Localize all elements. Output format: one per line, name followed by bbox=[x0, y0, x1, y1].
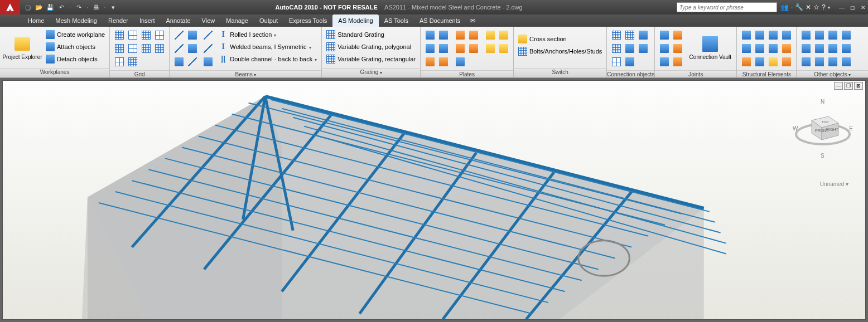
se-btn-12[interactable] bbox=[780, 56, 793, 68]
oo-btn-11[interactable] bbox=[827, 56, 839, 68]
print-icon[interactable]: 🖶 bbox=[91, 3, 100, 12]
se-btn-1[interactable] bbox=[740, 29, 753, 41]
se-btn-9[interactable] bbox=[740, 56, 753, 68]
tab-view[interactable]: View bbox=[196, 14, 221, 27]
drawing-viewport[interactable]: — ❐ ⊠ bbox=[2, 80, 866, 320]
detach-objects-button[interactable]: Detach objects bbox=[45, 53, 106, 65]
tab-mesh-modeling[interactable]: Mesh Modeling bbox=[50, 14, 103, 27]
joint-btn-3[interactable] bbox=[658, 42, 671, 55]
bolts-anchors-button[interactable]: Bolts/Anchors/Holes/Studs bbox=[517, 46, 603, 57]
oo-btn-1[interactable] bbox=[800, 29, 812, 41]
oo-btn-5[interactable] bbox=[800, 42, 812, 55]
beam-icon-1[interactable] bbox=[173, 29, 185, 41]
help-dropdown-icon[interactable]: ▾ bbox=[828, 5, 830, 10]
viewcube-n[interactable]: N bbox=[821, 99, 824, 105]
tab-manage[interactable]: Manage bbox=[220, 14, 254, 27]
tab-output[interactable]: Output bbox=[254, 14, 283, 27]
joint-btn-6[interactable] bbox=[672, 56, 684, 68]
oo-btn-2[interactable] bbox=[813, 29, 826, 41]
double-channel-button[interactable]: ][Double channel - back to back bbox=[218, 53, 318, 65]
se-btn-4[interactable] bbox=[780, 29, 793, 41]
exchange-icon[interactable]: ✕ bbox=[806, 3, 811, 11]
oo-btn-6[interactable] bbox=[813, 42, 826, 55]
se-btn-8[interactable] bbox=[780, 42, 793, 55]
beam-icon-4[interactable] bbox=[186, 42, 199, 55]
plate-btn-12[interactable] bbox=[498, 42, 510, 55]
plate-btn-5[interactable] bbox=[484, 29, 496, 41]
plate-btn-7[interactable] bbox=[424, 42, 436, 55]
grid-btn-3[interactable] bbox=[140, 29, 152, 41]
grid-btn-2[interactable] bbox=[127, 29, 139, 41]
application-menu-button[interactable] bbox=[0, 0, 20, 14]
conn-btn-6[interactable] bbox=[637, 42, 649, 55]
viewcube-e[interactable]: E bbox=[849, 125, 853, 131]
search-input[interactable] bbox=[677, 2, 777, 12]
welded-beams-button[interactable]: IWelded beams, I Symmetric bbox=[218, 41, 318, 52]
viewcube-s[interactable]: S bbox=[821, 153, 824, 159]
oo-btn-10[interactable] bbox=[813, 56, 826, 68]
plate-btn-15[interactable] bbox=[454, 56, 466, 68]
se-btn-6[interactable] bbox=[754, 42, 766, 55]
minimize-button[interactable]: — bbox=[837, 3, 847, 12]
tab-insert[interactable]: Insert bbox=[134, 14, 161, 27]
beam-icon-9[interactable] bbox=[202, 56, 214, 68]
se-btn-10[interactable] bbox=[754, 56, 766, 68]
se-btn-11[interactable] bbox=[767, 56, 779, 68]
attach-objects-button[interactable]: Attach objects bbox=[45, 41, 106, 52]
tab-as-modeling[interactable]: AS Modeling bbox=[332, 14, 378, 27]
open-icon[interactable]: 📂 bbox=[35, 3, 44, 12]
conn-btn-2[interactable] bbox=[624, 29, 636, 41]
conn-btn-4[interactable] bbox=[610, 42, 623, 55]
panel-title-grating[interactable]: Grating bbox=[322, 68, 420, 77]
project-explorer-button[interactable]: Project Explorer bbox=[2, 28, 42, 67]
oo-btn-8[interactable] bbox=[840, 42, 852, 55]
beam-icon-5[interactable] bbox=[173, 56, 185, 68]
grid-btn-4[interactable] bbox=[153, 29, 166, 41]
beam-icon-7[interactable] bbox=[202, 29, 214, 41]
joint-btn-5[interactable] bbox=[658, 56, 671, 68]
variable-grating-rectangular-button[interactable]: Variable Grating, rectangular bbox=[325, 53, 417, 65]
grid-btn-5[interactable] bbox=[113, 42, 126, 55]
maximize-button[interactable]: ◻ bbox=[847, 3, 857, 12]
plate-btn-1[interactable] bbox=[424, 29, 436, 41]
tab-render[interactable]: Render bbox=[103, 14, 134, 27]
se-btn-3[interactable] bbox=[767, 29, 779, 41]
panel-title-other[interactable]: Other objects bbox=[797, 70, 868, 77]
plate-btn-3[interactable] bbox=[454, 29, 466, 41]
plate-btn-8[interactable] bbox=[437, 42, 450, 55]
se-btn-7[interactable] bbox=[767, 42, 779, 55]
viewcube-w[interactable]: W bbox=[793, 125, 798, 131]
help-icon[interactable]: ? bbox=[822, 3, 826, 11]
plate-btn-14[interactable] bbox=[437, 56, 450, 68]
beam-icon-6[interactable] bbox=[186, 56, 199, 68]
conn-btn-1[interactable] bbox=[610, 29, 623, 41]
viewcube[interactable]: FRONT RIGHT TOP N S E W bbox=[795, 101, 851, 157]
binoculars-icon[interactable]: 👥 bbox=[780, 3, 789, 11]
tab-express-tools[interactable]: Express Tools bbox=[283, 14, 332, 27]
se-btn-2[interactable] bbox=[754, 29, 766, 41]
grid-btn-8[interactable] bbox=[153, 42, 166, 55]
plate-btn-4[interactable] bbox=[467, 29, 480, 41]
mail-icon[interactable]: ✉ bbox=[466, 14, 480, 27]
plate-btn-13[interactable] bbox=[424, 56, 436, 68]
joint-btn-2[interactable] bbox=[672, 29, 684, 41]
cross-section-button[interactable]: Cross section bbox=[517, 33, 603, 45]
tab-annotate[interactable]: Annotate bbox=[161, 14, 196, 27]
tab-as-tools[interactable]: AS Tools bbox=[379, 14, 414, 27]
grid-btn-10[interactable] bbox=[127, 56, 139, 68]
grid-btn-7[interactable] bbox=[140, 42, 152, 55]
visual-style-label[interactable]: Unnamed ▾ bbox=[820, 181, 848, 187]
grid-btn-6[interactable] bbox=[127, 42, 139, 55]
se-btn-5[interactable] bbox=[740, 42, 753, 55]
create-workplane-button[interactable]: Create workplane bbox=[45, 29, 106, 40]
close-button[interactable]: ✕ bbox=[858, 3, 868, 12]
joint-btn-1[interactable] bbox=[658, 29, 671, 41]
plate-btn-9[interactable] bbox=[454, 42, 466, 55]
save-icon[interactable]: 💾 bbox=[46, 3, 55, 12]
joint-btn-4[interactable] bbox=[672, 42, 684, 55]
beam-icon-2[interactable] bbox=[186, 29, 199, 41]
conn-btn-7[interactable] bbox=[610, 56, 623, 68]
oo-btn-4[interactable] bbox=[840, 29, 852, 41]
redo-icon[interactable]: ↷ bbox=[74, 3, 83, 12]
conn-btn-3[interactable] bbox=[637, 29, 649, 41]
